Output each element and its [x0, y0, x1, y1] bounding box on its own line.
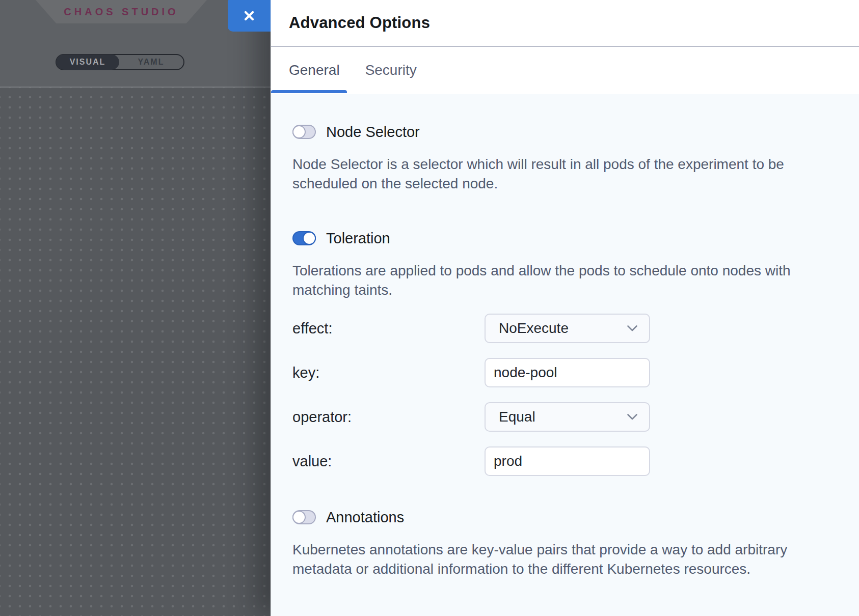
node-selector-toggle[interactable] — [292, 125, 316, 139]
toggle-knob-icon — [292, 511, 306, 524]
operator-label: operator: — [292, 409, 485, 426]
brand-title: CHAOS STUDIO — [64, 6, 178, 18]
toleration-toggle[interactable] — [292, 231, 316, 245]
drawer-title: Advanced Options — [289, 14, 430, 32]
value-input[interactable] — [485, 446, 650, 476]
brand-badge: CHAOS STUDIO — [36, 0, 207, 23]
effect-select[interactable]: NoExecute — [485, 314, 650, 343]
chevron-down-icon — [627, 413, 638, 421]
form-row-operator: operator: Equal — [292, 402, 839, 432]
toggle-knob-icon — [292, 125, 306, 138]
general-tab-content: Node Selector Node Selector is a selecto… — [271, 94, 859, 616]
toleration-form: effect: NoExecute key: operator: Eq — [292, 314, 839, 476]
operator-select-value: Equal — [499, 409, 535, 425]
toleration-row: Toleration — [292, 231, 839, 245]
chevron-down-icon — [627, 325, 638, 332]
screen: CHAOS STUDIO VISUAL YAML Advanced Option… — [0, 0, 859, 616]
drawer-title-bar: Advanced Options — [271, 0, 859, 47]
form-row-effect: effect: NoExecute — [292, 314, 839, 343]
form-row-key: key: — [292, 358, 839, 387]
visual-tab[interactable]: VISUAL — [56, 54, 119, 70]
node-selector-row: Node Selector — [292, 125, 839, 139]
tab-general[interactable]: General — [271, 47, 347, 93]
annotations-row: Annotations — [292, 510, 839, 524]
advanced-options-drawer: Advanced Options General Security Node S… — [271, 0, 859, 616]
toggle-knob-icon — [303, 232, 316, 245]
operator-select[interactable]: Equal — [485, 402, 650, 432]
effect-select-value: NoExecute — [499, 320, 569, 337]
value-label: value: — [292, 453, 485, 470]
key-label: key: — [292, 365, 485, 381]
annotations-label: Annotations — [326, 509, 404, 526]
close-drawer-button[interactable] — [228, 0, 271, 32]
close-icon — [243, 10, 255, 22]
toleration-description: Tolerations are applied to pods and allo… — [292, 261, 839, 300]
key-input[interactable] — [485, 358, 650, 387]
node-selector-label: Node Selector — [326, 124, 420, 141]
node-selector-description: Node Selector is a selector which will r… — [292, 155, 839, 193]
toleration-label: Toleration — [326, 230, 390, 247]
drawer-tabs: General Security — [271, 47, 859, 93]
annotations-description: Kubernetes annotations are key-value pai… — [292, 540, 839, 579]
yaml-tab[interactable]: YAML — [119, 55, 183, 69]
annotations-toggle[interactable] — [292, 510, 316, 524]
form-row-value: value: — [292, 446, 839, 476]
tab-security[interactable]: Security — [363, 47, 419, 93]
view-mode-toggle: VISUAL YAML — [56, 54, 184, 70]
effect-label: effect: — [292, 320, 485, 337]
